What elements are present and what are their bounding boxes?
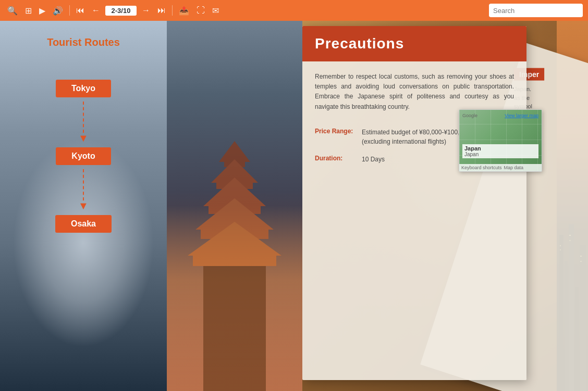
toolbar: 🔍 ⊞ ▶ 🔊 ⏮ ← 2-3/10 → ⏭ 📤 ⛶ ✉ 🔍 xyxy=(0,0,588,21)
map-thumbnail[interactable]: View larger map Google Japan Japan Keybo… xyxy=(459,109,542,172)
city-tokyo[interactable]: Tokyo xyxy=(56,80,111,97)
right-panel: Imper Japan. as the symbol Precautions R… xyxy=(302,21,588,391)
map-country-name: Japan xyxy=(464,145,536,152)
map-data-label: Map data xyxy=(504,165,524,170)
main-content: Tourist Routes Tokyo ▼ Kyoto ▼ Osaka xyxy=(0,21,588,391)
search-input[interactable] xyxy=(489,5,583,17)
city-kyoto[interactable]: Kyoto xyxy=(56,147,111,165)
precautions-body: Remember to respect local customs, such … xyxy=(302,61,526,183)
fullscreen-icon[interactable]: ⛶ xyxy=(194,5,207,16)
mid-panel-photo xyxy=(167,21,302,391)
price-range-label: Price Range: xyxy=(315,128,357,135)
page-indicator[interactable]: 2-3/10 xyxy=(105,6,137,16)
duration-value: 10 Days xyxy=(362,155,385,164)
precautions-header: Precautions xyxy=(302,26,526,61)
svg-rect-9 xyxy=(193,256,276,266)
left-panel: Tourist Routes Tokyo ▼ Kyoto ▼ Osaka xyxy=(0,21,167,391)
svg-marker-0 xyxy=(219,141,250,162)
map-grid-overlay xyxy=(459,110,542,171)
map-country-sub: Japan xyxy=(464,152,536,157)
view-larger-map-link[interactable]: View larger map xyxy=(505,113,538,118)
duration-label: Duration: xyxy=(315,155,357,162)
map-country-label: Japan Japan xyxy=(462,144,538,158)
last-page-icon[interactable]: ⏭ xyxy=(155,5,168,16)
arrow-kyoto-osaka: ▼ xyxy=(78,169,89,211)
map-footer: Keyboard shortcuts Map data xyxy=(459,164,542,171)
present-icon[interactable]: ▶ xyxy=(37,5,47,17)
left-content: Tourist Routes Tokyo ▼ Kyoto ▼ Osaka xyxy=(0,21,167,233)
prev-page-icon[interactable]: ← xyxy=(90,5,102,16)
zoom-in-icon[interactable]: 🔍 xyxy=(5,5,20,17)
grid-icon[interactable]: ⊞ xyxy=(23,5,34,17)
pagoda-silhouette xyxy=(182,131,287,391)
document-overlay: Precautions Remember to respect local cu… xyxy=(302,26,526,380)
tourist-routes-title: Tourist Routes xyxy=(47,36,120,48)
city-osaka[interactable]: Osaka xyxy=(55,215,112,233)
precautions-title: Precautions xyxy=(315,35,514,52)
volume-icon[interactable]: 🔊 xyxy=(51,5,65,17)
google-badge: Google xyxy=(462,113,477,118)
first-page-icon[interactable]: ⏮ xyxy=(74,5,87,16)
arrow-tokyo-kyoto: ▼ xyxy=(78,102,89,143)
keyboard-shortcuts[interactable]: Keyboard shortcuts xyxy=(461,165,502,170)
next-page-icon[interactable]: → xyxy=(140,5,152,16)
export-icon[interactable]: 📤 xyxy=(177,5,191,17)
mail-icon[interactable]: ✉ xyxy=(210,5,221,17)
precautions-text: Remember to respect local customs, such … xyxy=(315,72,514,112)
svg-rect-10 xyxy=(203,266,266,391)
search-wrapper: 🔍 xyxy=(489,4,583,17)
